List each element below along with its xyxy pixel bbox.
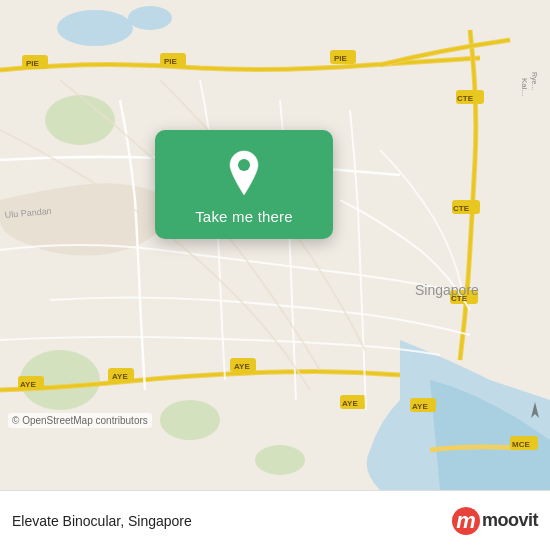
- svg-text:AYE: AYE: [412, 402, 428, 411]
- take-me-there-label: Take me there: [195, 208, 293, 225]
- moovit-m-icon: m: [452, 507, 480, 535]
- moovit-logo: m moovit: [452, 507, 538, 535]
- svg-text:PIE: PIE: [26, 59, 40, 68]
- map-attribution: © OpenStreetMap contributors: [8, 413, 152, 428]
- action-card[interactable]: Take me there: [155, 130, 333, 239]
- svg-text:Kal...: Kal...: [520, 78, 529, 96]
- compass-indicator: [530, 402, 540, 418]
- svg-text:AYE: AYE: [20, 380, 36, 389]
- svg-text:Singapore: Singapore: [415, 282, 479, 298]
- svg-text:Rye...: Rye...: [530, 72, 538, 90]
- svg-marker-36: [531, 402, 539, 418]
- svg-point-2: [128, 6, 172, 30]
- location-name: Elevate Binocular, Singapore: [12, 513, 192, 529]
- svg-text:PIE: PIE: [334, 54, 348, 63]
- svg-text:AYE: AYE: [234, 362, 250, 371]
- svg-text:AYE: AYE: [342, 399, 358, 408]
- svg-point-3: [45, 95, 115, 145]
- svg-text:CTE: CTE: [451, 294, 468, 303]
- svg-text:AYE: AYE: [112, 372, 128, 381]
- svg-text:MCE: MCE: [512, 440, 530, 449]
- svg-text:PIE: PIE: [164, 57, 178, 66]
- location-pin-icon: [223, 149, 265, 197]
- map-view: Singapore PIE PIE PIE CTE CTE CTE AYE AY…: [0, 0, 550, 490]
- location-icon-wrapper: [219, 148, 269, 198]
- bottom-bar: Elevate Binocular, Singapore m moovit: [0, 490, 550, 550]
- svg-point-35: [238, 159, 250, 171]
- svg-point-4: [160, 400, 220, 440]
- svg-text:CTE: CTE: [453, 204, 470, 213]
- moovit-brand-text: moovit: [482, 510, 538, 531]
- svg-point-6: [255, 445, 305, 475]
- svg-text:CTE: CTE: [457, 94, 474, 103]
- svg-point-1: [57, 10, 133, 46]
